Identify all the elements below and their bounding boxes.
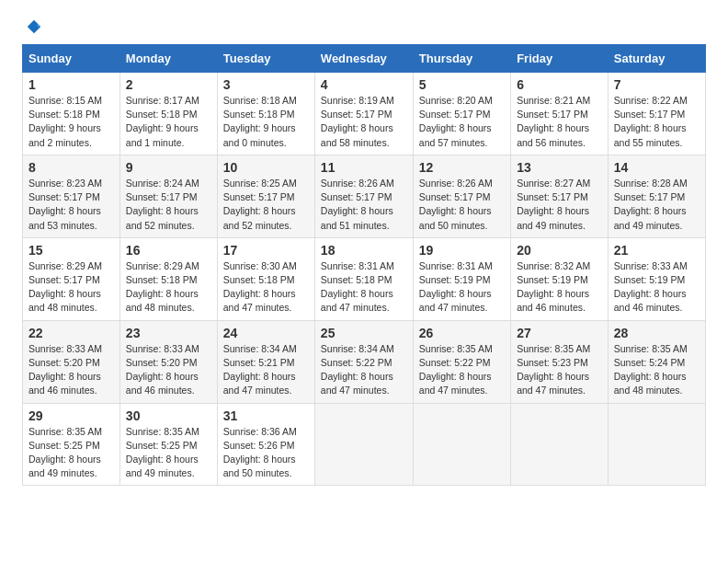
- calendar-cell: 24Sunrise: 8:34 AMSunset: 5:21 PMDayligh…: [217, 320, 314, 403]
- calendar-cell: 23Sunrise: 8:33 AMSunset: 5:20 PMDayligh…: [119, 320, 217, 403]
- calendar-cell: 1Sunrise: 8:15 AMSunset: 5:18 PMDaylight…: [23, 73, 120, 155]
- day-info: Sunrise: 8:35 AMSunset: 5:24 PMDaylight:…: [614, 342, 700, 398]
- day-info: Sunrise: 8:24 AMSunset: 5:17 PMDaylight:…: [126, 177, 211, 233]
- calendar-week-3: 15Sunrise: 8:29 AMSunset: 5:17 PMDayligh…: [23, 237, 706, 320]
- calendar-cell: [314, 403, 413, 486]
- calendar-cell: [413, 403, 510, 486]
- day-info: Sunrise: 8:19 AMSunset: 5:17 PMDaylight:…: [321, 94, 407, 150]
- day-number: 29: [28, 408, 114, 423]
- day-number: 21: [614, 243, 700, 258]
- calendar-header-monday: Monday: [119, 45, 217, 73]
- calendar-cell: 21Sunrise: 8:33 AMSunset: 5:19 PMDayligh…: [608, 237, 705, 320]
- day-info: Sunrise: 8:33 AMSunset: 5:19 PMDaylight:…: [614, 259, 700, 316]
- calendar-week-2: 8Sunrise: 8:23 AMSunset: 5:17 PMDaylight…: [23, 155, 706, 237]
- calendar-cell: 19Sunrise: 8:31 AMSunset: 5:19 PMDayligh…: [413, 237, 510, 320]
- day-info: Sunrise: 8:35 AMSunset: 5:23 PMDaylight:…: [517, 342, 602, 398]
- calendar-cell: 14Sunrise: 8:28 AMSunset: 5:17 PMDayligh…: [608, 155, 705, 237]
- day-number: 12: [419, 160, 505, 175]
- day-number: 9: [126, 160, 211, 175]
- logo-icon: [26, 18, 42, 35]
- calendar-header-sunday: Sunday: [23, 45, 120, 73]
- calendar-cell: 5Sunrise: 8:20 AMSunset: 5:17 PMDaylight…: [413, 73, 510, 155]
- day-number: 19: [419, 243, 505, 258]
- calendar-cell: 28Sunrise: 8:35 AMSunset: 5:24 PMDayligh…: [608, 320, 705, 403]
- day-info: Sunrise: 8:35 AMSunset: 5:25 PMDaylight:…: [28, 425, 114, 481]
- day-info: Sunrise: 8:33 AMSunset: 5:20 PMDaylight:…: [28, 342, 114, 398]
- calendar-cell: 22Sunrise: 8:33 AMSunset: 5:20 PMDayligh…: [23, 320, 120, 403]
- calendar-week-1: 1Sunrise: 8:15 AMSunset: 5:18 PMDaylight…: [23, 73, 706, 155]
- day-number: 16: [126, 243, 211, 258]
- day-info: Sunrise: 8:23 AMSunset: 5:17 PMDaylight:…: [28, 177, 114, 233]
- calendar-header-friday: Friday: [511, 45, 609, 73]
- calendar-cell: 29Sunrise: 8:35 AMSunset: 5:25 PMDayligh…: [23, 403, 120, 486]
- day-number: 25: [321, 326, 407, 340]
- calendar-cell: 25Sunrise: 8:34 AMSunset: 5:22 PMDayligh…: [314, 320, 413, 403]
- day-number: 22: [28, 326, 114, 340]
- day-info: Sunrise: 8:18 AMSunset: 5:18 PMDaylight:…: [223, 94, 309, 150]
- day-number: 13: [517, 160, 602, 175]
- calendar-cell: 3Sunrise: 8:18 AMSunset: 5:18 PMDaylight…: [217, 73, 314, 155]
- day-info: Sunrise: 8:34 AMSunset: 5:21 PMDaylight:…: [223, 342, 309, 398]
- day-number: 26: [419, 326, 505, 340]
- day-info: Sunrise: 8:30 AMSunset: 5:18 PMDaylight:…: [223, 259, 309, 316]
- day-info: Sunrise: 8:29 AMSunset: 5:17 PMDaylight:…: [28, 259, 114, 316]
- calendar-cell: 10Sunrise: 8:25 AMSunset: 5:17 PMDayligh…: [217, 155, 314, 237]
- calendar-cell: 2Sunrise: 8:17 AMSunset: 5:18 PMDaylight…: [119, 73, 217, 155]
- day-info: Sunrise: 8:21 AMSunset: 5:17 PMDaylight:…: [517, 94, 602, 150]
- calendar-cell: 9Sunrise: 8:24 AMSunset: 5:17 PMDaylight…: [119, 155, 217, 237]
- day-number: 14: [614, 160, 700, 175]
- day-info: Sunrise: 8:20 AMSunset: 5:17 PMDaylight:…: [419, 94, 505, 150]
- day-number: 5: [419, 77, 505, 92]
- day-info: Sunrise: 8:15 AMSunset: 5:18 PMDaylight:…: [28, 94, 114, 150]
- calendar-cell: 18Sunrise: 8:31 AMSunset: 5:18 PMDayligh…: [314, 237, 413, 320]
- calendar-week-5: 29Sunrise: 8:35 AMSunset: 5:25 PMDayligh…: [23, 403, 706, 486]
- calendar-cell: 30Sunrise: 8:35 AMSunset: 5:25 PMDayligh…: [119, 403, 217, 486]
- day-number: 10: [223, 160, 309, 175]
- day-number: 4: [321, 77, 407, 92]
- day-number: 15: [28, 243, 114, 258]
- calendar-cell: 12Sunrise: 8:26 AMSunset: 5:17 PMDayligh…: [413, 155, 510, 237]
- day-info: Sunrise: 8:35 AMSunset: 5:22 PMDaylight:…: [419, 342, 505, 398]
- calendar-header-wednesday: Wednesday: [314, 45, 413, 73]
- day-number: 8: [28, 160, 114, 175]
- day-info: Sunrise: 8:31 AMSunset: 5:18 PMDaylight:…: [321, 259, 407, 316]
- day-number: 6: [517, 77, 602, 92]
- calendar-cell: 31Sunrise: 8:36 AMSunset: 5:26 PMDayligh…: [217, 403, 314, 486]
- calendar-week-4: 22Sunrise: 8:33 AMSunset: 5:20 PMDayligh…: [23, 320, 706, 403]
- day-number: 28: [614, 326, 700, 340]
- day-number: 1: [28, 77, 114, 92]
- day-info: Sunrise: 8:26 AMSunset: 5:17 PMDaylight:…: [321, 177, 407, 233]
- day-info: Sunrise: 8:29 AMSunset: 5:18 PMDaylight:…: [126, 259, 211, 316]
- day-info: Sunrise: 8:32 AMSunset: 5:19 PMDaylight:…: [517, 259, 602, 316]
- calendar-cell: 11Sunrise: 8:26 AMSunset: 5:17 PMDayligh…: [314, 155, 413, 237]
- calendar-cell: 6Sunrise: 8:21 AMSunset: 5:17 PMDaylight…: [511, 73, 609, 155]
- day-info: Sunrise: 8:31 AMSunset: 5:19 PMDaylight:…: [419, 259, 505, 316]
- day-number: 17: [223, 243, 309, 258]
- calendar-header-row: SundayMondayTuesdayWednesdayThursdayFrid…: [23, 45, 706, 73]
- day-info: Sunrise: 8:34 AMSunset: 5:22 PMDaylight:…: [321, 342, 407, 398]
- calendar-table: SundayMondayTuesdayWednesdayThursdayFrid…: [22, 44, 706, 486]
- day-number: 18: [321, 243, 407, 258]
- calendar-cell: 26Sunrise: 8:35 AMSunset: 5:22 PMDayligh…: [413, 320, 510, 403]
- day-number: 20: [517, 243, 602, 258]
- logo: [22, 18, 42, 35]
- calendar-cell: 7Sunrise: 8:22 AMSunset: 5:17 PMDaylight…: [608, 73, 705, 155]
- calendar-cell: 15Sunrise: 8:29 AMSunset: 5:17 PMDayligh…: [23, 237, 120, 320]
- calendar-cell: 4Sunrise: 8:19 AMSunset: 5:17 PMDaylight…: [314, 73, 413, 155]
- day-info: Sunrise: 8:27 AMSunset: 5:17 PMDaylight:…: [517, 177, 602, 233]
- day-info: Sunrise: 8:26 AMSunset: 5:17 PMDaylight:…: [419, 177, 505, 233]
- calendar-header-tuesday: Tuesday: [217, 45, 314, 73]
- day-number: 11: [321, 160, 407, 175]
- calendar-cell: 16Sunrise: 8:29 AMSunset: 5:18 PMDayligh…: [119, 237, 217, 320]
- day-info: Sunrise: 8:36 AMSunset: 5:26 PMDaylight:…: [223, 425, 309, 481]
- day-number: 23: [126, 326, 211, 340]
- day-info: Sunrise: 8:35 AMSunset: 5:25 PMDaylight:…: [126, 425, 211, 481]
- day-number: 27: [517, 326, 602, 340]
- calendar-header-thursday: Thursday: [413, 45, 510, 73]
- calendar-cell: 27Sunrise: 8:35 AMSunset: 5:23 PMDayligh…: [511, 320, 609, 403]
- day-info: Sunrise: 8:22 AMSunset: 5:17 PMDaylight:…: [614, 94, 700, 150]
- day-info: Sunrise: 8:28 AMSunset: 5:17 PMDaylight:…: [614, 177, 700, 233]
- day-number: 24: [223, 326, 309, 340]
- day-number: 7: [614, 77, 700, 92]
- day-info: Sunrise: 8:33 AMSunset: 5:20 PMDaylight:…: [126, 342, 211, 398]
